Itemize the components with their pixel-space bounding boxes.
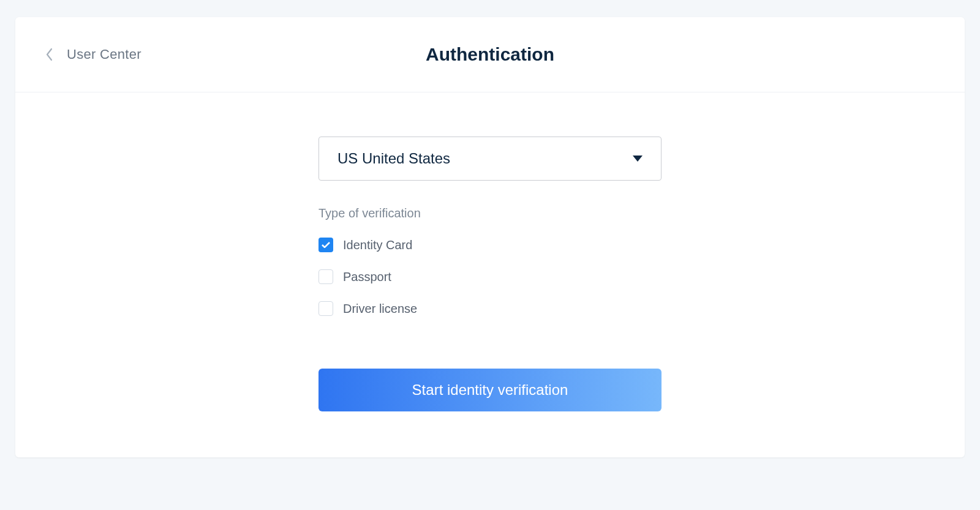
checkbox-driver-license[interactable] [318,301,333,316]
checkbox-passport[interactable] [318,269,333,284]
form-content: US United States Type of verification Id… [318,92,662,411]
verification-type-label: Type of verification [318,206,662,220]
country-select[interactable]: US United States [318,137,662,181]
option-identity-card[interactable]: Identity Card [318,238,662,252]
chevron-left-icon [46,48,53,61]
option-label: Passport [343,270,391,284]
option-passport[interactable]: Passport [318,269,662,284]
option-label: Driver license [343,302,417,316]
header-bar: User Center Authentication [15,17,965,92]
option-driver-license[interactable]: Driver license [318,301,662,316]
checkbox-identity-card[interactable] [318,238,333,252]
back-label: User Center [67,47,141,62]
back-to-user-center[interactable]: User Center [46,47,141,62]
caret-down-icon [633,156,643,162]
page-title: Authentication [426,44,554,65]
check-icon [322,242,330,248]
authentication-card: User Center Authentication US United Sta… [15,17,965,457]
start-verification-button[interactable]: Start identity verification [318,369,662,411]
option-label: Identity Card [343,238,412,252]
country-select-value: US United States [337,150,450,167]
